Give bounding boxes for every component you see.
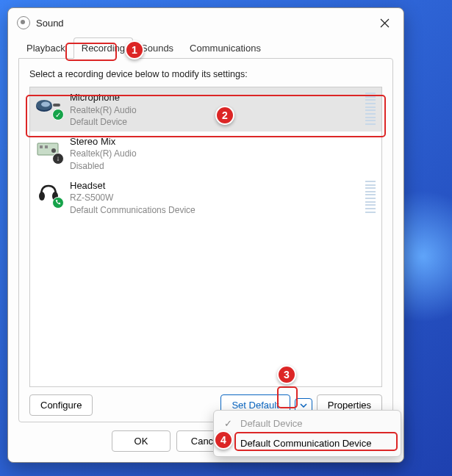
device-status: Default Device [70, 116, 358, 128]
callout-3: 3 [277, 365, 296, 384]
svg-rect-3 [53, 104, 60, 107]
svg-rect-6 [45, 145, 48, 148]
instruction-text: Select a recording device below to modif… [29, 69, 382, 79]
callout-1: 1 [125, 40, 144, 60]
set-default-menu: ✓ Default Device Default Communication D… [213, 410, 401, 457]
check-badge-icon: ✓ [52, 109, 64, 120]
menu-item-label: Default Device [240, 418, 303, 429]
sound-window: Sound Playback Recording Sounds Communic… [7, 7, 404, 463]
device-name: Stereo Mix [70, 135, 376, 148]
device-driver: RZ-S500W [70, 192, 358, 203]
phone-badge-icon [52, 197, 64, 209]
menu-default-device[interactable]: ✓ Default Device [214, 414, 401, 433]
device-driver: Realtek(R) Audio [70, 104, 358, 116]
tab-strip: Playback Recording Sounds Communications [8, 37, 403, 59]
device-microphone[interactable]: ✓ Microphone Realtek(R) Audio Default De… [30, 87, 381, 131]
device-headset[interactable]: Headset RZ-S500W Default Communications … [30, 176, 381, 220]
down-badge-icon: ↓ [52, 153, 64, 165]
configure-button[interactable]: Configure [29, 394, 93, 416]
device-driver: Realtek(R) Audio [70, 148, 376, 159]
device-status: Disabled [70, 160, 376, 172]
titlebar: Sound [8, 8, 403, 37]
callout-2: 2 [215, 106, 234, 125]
svg-rect-5 [40, 145, 43, 148]
soundcard-icon: ↓ [35, 135, 62, 163]
chevron-down-icon [300, 403, 307, 408]
tab-recording[interactable]: Recording [73, 37, 133, 59]
svg-point-7 [51, 148, 56, 153]
device-name: Headset [70, 179, 358, 192]
close-icon[interactable] [374, 12, 395, 33]
device-list: ✓ Microphone Realtek(R) Audio Default De… [29, 87, 382, 387]
menu-default-comm-device[interactable]: Default Communication Device [214, 433, 401, 453]
device-stereomix[interactable]: ↓ Stereo Mix Realtek(R) Audio Disabled [30, 131, 381, 176]
level-meter [365, 181, 376, 213]
device-status: Default Communications Device [70, 204, 358, 216]
callout-4: 4 [214, 430, 233, 450]
tab-playback[interactable]: Playback [18, 37, 73, 59]
menu-item-label: Default Communication Device [240, 438, 371, 449]
svg-point-8 [39, 192, 45, 201]
window-title: Sound [36, 18, 374, 29]
headset-icon [35, 179, 62, 207]
tab-communications[interactable]: Communications [182, 37, 269, 59]
ok-button[interactable]: OK [112, 430, 171, 452]
level-meter [365, 93, 376, 125]
microphone-icon: ✓ [35, 91, 62, 119]
sound-icon [17, 16, 30, 29]
svg-point-2 [41, 102, 50, 107]
tab-panel: Select a recording device below to modif… [18, 58, 393, 422]
device-name: Microphone [70, 91, 358, 104]
check-icon: ✓ [224, 418, 234, 429]
